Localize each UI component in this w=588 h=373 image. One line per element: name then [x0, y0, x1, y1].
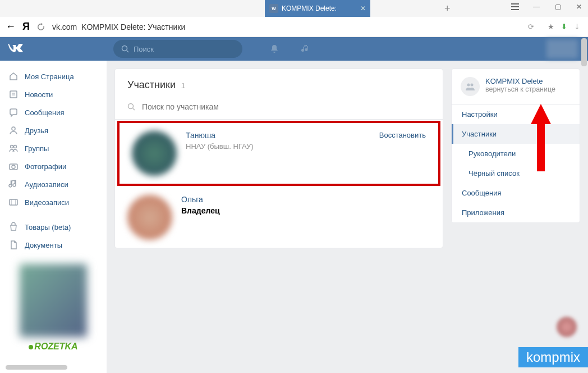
- messages-icon: [8, 107, 19, 118]
- messages-link[interactable]: Сообщения: [452, 183, 580, 203]
- watermark: kompmix: [518, 347, 588, 367]
- video-icon: [8, 197, 19, 208]
- member-name[interactable]: Ольга: [181, 195, 430, 204]
- search-placeholder: Поиск: [134, 45, 154, 53]
- documents-icon: [8, 239, 19, 251]
- nav-documents[interactable]: Документы: [0, 236, 107, 254]
- notifications-icon[interactable]: [269, 44, 279, 54]
- settings-link[interactable]: Настройки: [452, 104, 580, 124]
- panel-title: Участники: [127, 79, 176, 90]
- members-link[interactable]: Участники: [452, 124, 580, 144]
- content-area: Моя Страница Новости Сообщения Друзья Гр…: [0, 61, 588, 373]
- right-panel: KOMPMIX Delete вернуться к странице Наст…: [451, 69, 580, 223]
- svg-point-0: [122, 46, 127, 51]
- vk-favicon: w: [269, 4, 278, 13]
- close-tab-icon[interactable]: ✕: [360, 4, 366, 12]
- back-button[interactable]: ←: [6, 21, 16, 33]
- address-bar: ← Я vk.com KOMPMIX Delete: Участники ⟳ ★…: [0, 17, 588, 37]
- apps-link[interactable]: Приложения: [452, 203, 580, 222]
- nav-market[interactable]: Товары (beta): [0, 218, 107, 236]
- horizontal-scrollbar[interactable]: [6, 365, 67, 370]
- nav-news[interactable]: Новости: [0, 85, 107, 103]
- svg-point-5: [12, 127, 15, 130]
- avatar[interactable]: [127, 195, 172, 240]
- audio-icon: [8, 179, 19, 190]
- maximize-button[interactable]: ▢: [553, 2, 562, 11]
- profile-menu[interactable]: [546, 39, 578, 58]
- member-name[interactable]: Танюша: [186, 131, 379, 140]
- browser-tab[interactable]: w KOMPMIX Delete: ✕: [265, 0, 370, 17]
- thumbnail: [557, 317, 577, 337]
- nav-video[interactable]: Видеозаписи: [0, 193, 107, 211]
- panel-count: 1: [181, 81, 185, 90]
- nav-groups[interactable]: Группы: [0, 139, 107, 157]
- svg-point-16: [471, 84, 474, 87]
- groups-icon: [8, 143, 19, 154]
- tab-title: KOMPMIX Delete:: [282, 4, 337, 12]
- svg-point-6: [11, 145, 13, 148]
- friends-icon: [8, 125, 19, 136]
- group-header[interactable]: KOMPMIX Delete вернуться к странице: [452, 69, 580, 104]
- yandex-home-icon[interactable]: Я: [22, 21, 30, 33]
- managers-link[interactable]: Руководители: [452, 144, 580, 163]
- svg-point-7: [14, 145, 17, 148]
- bookmark-icon[interactable]: ★: [548, 22, 554, 31]
- ad-image: [20, 264, 87, 337]
- music-icon[interactable]: [301, 44, 311, 54]
- member-row: Ольга Владелец: [115, 187, 443, 248]
- close-window-button[interactable]: ✕: [575, 2, 584, 11]
- back-to-page-link[interactable]: вернуться к странице: [485, 85, 555, 93]
- market-icon: [8, 221, 19, 233]
- member-subtitle: ННАУ (бывш. НГАУ): [186, 142, 379, 151]
- svg-point-15: [467, 84, 470, 87]
- reload-button[interactable]: [36, 22, 45, 31]
- new-tab-button[interactable]: +: [444, 3, 451, 15]
- nav-messages[interactable]: Сообщения: [0, 103, 107, 121]
- ad-brand: ROZETKA: [7, 342, 100, 352]
- svg-line-1: [127, 51, 128, 52]
- nav-my-page[interactable]: Моя Страница: [0, 67, 107, 85]
- sync-icon[interactable]: ⟳: [528, 22, 534, 31]
- svg-point-13: [128, 104, 134, 109]
- panel-search[interactable]: [115, 99, 443, 120]
- vk-logo-icon[interactable]: [8, 44, 24, 54]
- downloads-icon[interactable]: ⬇: [561, 22, 567, 31]
- news-icon: [8, 89, 19, 100]
- left-nav: Моя Страница Новости Сообщения Друзья Гр…: [0, 61, 107, 373]
- avatar[interactable]: [132, 131, 177, 176]
- group-title: KOMPMIX Delete: [485, 77, 555, 85]
- svg-line-14: [133, 108, 135, 110]
- url-field[interactable]: vk.com KOMPMIX Delete: Участники: [52, 22, 521, 31]
- sidebar-ad[interactable]: ROZETKA: [7, 264, 100, 352]
- group-avatar-icon: [461, 77, 480, 96]
- members-search-input[interactable]: [142, 102, 430, 111]
- member-row: Танюша ННАУ (бывш. НГАУ) Восстановить: [117, 121, 440, 186]
- svg-point-9: [12, 165, 15, 169]
- camera-icon: [8, 161, 19, 172]
- vk-search[interactable]: Поиск: [113, 40, 242, 58]
- vertical-scrollbar[interactable]: [581, 38, 587, 66]
- vk-header: Поиск: [0, 37, 588, 61]
- panel-header: Участники 1: [115, 69, 443, 99]
- member-role: Владелец: [181, 206, 430, 215]
- search-icon: [121, 45, 129, 53]
- restore-link[interactable]: Восстановить: [379, 131, 426, 139]
- menu-button[interactable]: [511, 2, 520, 11]
- svg-rect-2: [10, 91, 17, 98]
- home-icon: [8, 71, 19, 82]
- nav-friends[interactable]: Друзья: [0, 121, 107, 139]
- browser-tab-bar: w KOMPMIX Delete: ✕ + — ▢ ✕: [0, 0, 588, 17]
- window-controls: — ▢ ✕: [511, 2, 584, 11]
- download-arrow-icon[interactable]: ⤓: [574, 22, 580, 31]
- nav-photos[interactable]: Фотографии: [0, 157, 107, 175]
- svg-rect-10: [10, 199, 17, 205]
- minimize-button[interactable]: —: [532, 2, 541, 11]
- search-icon: [127, 103, 135, 111]
- blacklist-link[interactable]: Чёрный список: [452, 163, 580, 183]
- members-panel: Участники 1 Танюша ННАУ (бывш. НГАУ) Вос…: [114, 69, 443, 248]
- nav-audio[interactable]: Аудиозаписи: [0, 175, 107, 193]
